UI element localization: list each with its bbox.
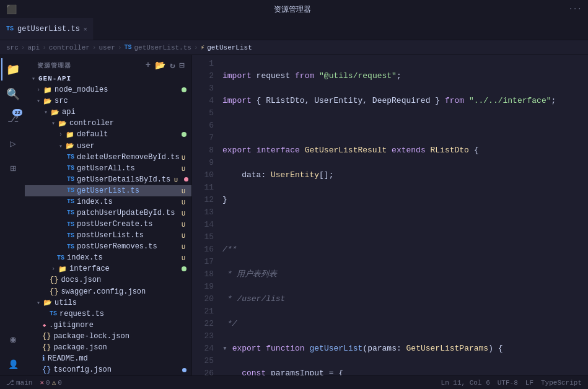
- activity-icon-account[interactable]: 👤: [1, 353, 24, 375]
- error-icon: ✕: [40, 378, 44, 387]
- activity-icon-explorer[interactable]: 📁: [1, 58, 24, 81]
- pkg-lock-label: package-lock.json: [53, 332, 191, 341]
- code-content[interactable]: import request from "@utils/request"; im…: [220, 55, 588, 375]
- index2-label: index.ts: [67, 253, 182, 262]
- sidebar-item-node-modules[interactable]: › 📁 node_modules: [25, 84, 191, 95]
- sidebar-item-request[interactable]: TS request.ts: [25, 308, 191, 320]
- badge-U-gul: U: [182, 188, 186, 193]
- user-folder-icon: 📂: [66, 142, 74, 150]
- sidebar-item-readme[interactable]: ℹ README.md: [25, 353, 191, 364]
- sidebar-item-patchUserUpdateById[interactable]: TS patchUserUpdateById.ts U: [25, 208, 191, 219]
- src-folder-icon: 📂: [43, 97, 52, 105]
- sidebar-item-gitignore[interactable]: ⬥ .gitignore: [25, 320, 191, 331]
- breadcrumb-controller[interactable]: controller: [49, 44, 90, 51]
- api-arrow-icon: ▾: [42, 108, 50, 116]
- status-errors[interactable]: ✕ 0 ⚠ 0: [40, 378, 61, 387]
- new-file-icon[interactable]: +: [146, 60, 151, 71]
- postUserList-label: postUserList.ts: [77, 231, 182, 240]
- main-content: 📁 🔍 ⎇ 22 ▷ ⊞ ◉ 👤: [0, 55, 588, 375]
- tab-ts-icon: TS: [6, 25, 14, 32]
- status-bar: ⎇ main ✕ 0 ⚠ 0 Ln 11, Col 6 UTF-8 LF Typ…: [0, 375, 588, 389]
- new-folder-icon[interactable]: 📂: [155, 60, 166, 71]
- code-line-1: import request from "@utils/request";: [220, 70, 588, 82]
- sidebar-item-postUserCreate[interactable]: TS postUserCreate.ts U: [25, 219, 191, 230]
- docs-label: docs.json: [61, 276, 191, 284]
- sidebar-item-getUserList[interactable]: TS getUserList.ts U: [25, 185, 191, 196]
- sidebar-item-postUserRemoves[interactable]: TS postUserRemoves.ts U: [25, 241, 191, 252]
- breadcrumb-src[interactable]: src: [6, 44, 19, 51]
- tab-getUserList[interactable]: TS getUserList.ts ✕: [0, 18, 94, 40]
- index-label: index.ts: [77, 198, 182, 206]
- git-icon: ⬥: [42, 321, 46, 330]
- sidebar-item-controller[interactable]: ▾ 📂 controller: [25, 118, 191, 129]
- sidebar-item-getUserDetailsById[interactable]: TS getUserDetailsById.ts U: [25, 174, 191, 185]
- controller-label: controller: [69, 119, 191, 128]
- api-label: api: [62, 108, 191, 116]
- breadcrumb-sep5: ›: [194, 44, 198, 51]
- folder-open-arrow-icon: ▾: [35, 97, 42, 105]
- sidebar-item-deleteUserRemoveById[interactable]: TS deleteUserRemoveById.ts U: [25, 152, 191, 163]
- sidebar-item-default[interactable]: › 📁 default: [25, 129, 191, 140]
- badge-U-gua: U: [182, 166, 186, 171]
- sidebar-item-utils[interactable]: ▾ 📂 utils: [25, 297, 191, 308]
- encoding-text: UTF-8: [498, 379, 518, 387]
- title-bar-more[interactable]: ···: [568, 5, 582, 14]
- status-position[interactable]: Ln 11, Col 6: [441, 379, 490, 387]
- interface-label: interface: [69, 264, 182, 273]
- sidebar-item-api[interactable]: ▾ 📂 api: [25, 107, 191, 118]
- status-line-ending[interactable]: LF: [525, 379, 533, 387]
- tab-label: getUserList.ts: [17, 25, 80, 33]
- sidebar-item-user[interactable]: ▾ 📂 user: [25, 140, 191, 151]
- activity-icon-run[interactable]: ▷: [1, 133, 24, 155]
- activity-icon-source-control[interactable]: ⎇ 22: [1, 108, 24, 130]
- sidebar-item-swagger[interactable]: {} swagger.config.json: [25, 286, 191, 297]
- sidebar-item-getUserAll[interactable]: TS getUserAll.ts U: [25, 163, 191, 174]
- status-language[interactable]: TypeScript: [541, 379, 582, 387]
- activity-icon-remote[interactable]: ◉: [1, 328, 24, 351]
- ts-icon-gud: TS: [67, 176, 74, 183]
- api-folder-icon: 📂: [51, 108, 59, 116]
- breadcrumb-user[interactable]: user: [99, 44, 115, 51]
- tsconfig-label: tsconfig.json: [53, 365, 182, 374]
- tsconfig-dot: [182, 368, 186, 372]
- folder-arrow-icon: ›: [35, 87, 42, 94]
- editor: 12345 678910 1112131415 1617181920 21222…: [192, 55, 588, 375]
- tab-close-icon[interactable]: ✕: [84, 25, 87, 33]
- sidebar-item-src[interactable]: ▾ 📂 src: [25, 95, 191, 107]
- sidebar-item-index[interactable]: TS index.ts U: [25, 196, 191, 208]
- controller-folder-icon: 📂: [58, 120, 67, 128]
- status-encoding[interactable]: UTF-8: [498, 379, 518, 387]
- sidebar-item-interface[interactable]: › 📁 interface: [25, 263, 191, 274]
- breadcrumb-fn[interactable]: getUserList: [207, 44, 252, 51]
- sidebar-item-postUserList[interactable]: TS postUserList.ts U: [25, 230, 191, 241]
- ts-icon-del: TS: [67, 154, 74, 160]
- status-branch[interactable]: ⎇ main: [6, 378, 32, 387]
- sidebar-item-index2[interactable]: TS index.ts U: [25, 252, 191, 263]
- postUserCreate-label: postUserCreate.ts: [77, 220, 182, 229]
- tree-root[interactable]: ▾ GEN-API: [25, 73, 191, 84]
- breadcrumb-api[interactable]: api: [27, 44, 40, 51]
- breadcrumb-file[interactable]: getUserList.ts: [134, 44, 191, 51]
- code-line-11: */: [220, 318, 588, 330]
- badge-U-idx: U: [182, 199, 186, 204]
- code-line-3: [220, 120, 588, 132]
- ts-icon-pul: TS: [67, 232, 74, 239]
- ts-icon-idx: TS: [67, 198, 74, 205]
- activity-icon-extensions[interactable]: ⊞: [1, 157, 24, 180]
- code-line-2: import { RListDto, UserEntity, DeepRequi…: [220, 95, 588, 107]
- code-line-6: }: [220, 194, 588, 206]
- collapse-icon[interactable]: ⊟: [180, 60, 185, 71]
- sidebar-item-package-lock[interactable]: {} package-lock.json: [25, 331, 191, 342]
- code-area[interactable]: 12345 678910 1112131415 1617181920 21222…: [192, 55, 588, 375]
- badge-U-pul: U: [182, 233, 186, 238]
- activity-icon-search[interactable]: 🔍: [1, 83, 24, 105]
- item-label: node_modules: [55, 85, 182, 94]
- item-badge-dot: [182, 87, 186, 92]
- refresh-icon[interactable]: ↻: [170, 60, 175, 71]
- sidebar-item-package[interactable]: {} package.json: [25, 342, 191, 353]
- sidebar-item-tsconfig[interactable]: {} tsconfig.json: [25, 364, 191, 375]
- user-label: user: [77, 142, 191, 151]
- sidebar-actions: + 📂 ↻ ⊟: [146, 60, 185, 71]
- sidebar-item-docs[interactable]: {} docs.json: [25, 274, 191, 286]
- ts-icon-pur: TS: [67, 243, 74, 250]
